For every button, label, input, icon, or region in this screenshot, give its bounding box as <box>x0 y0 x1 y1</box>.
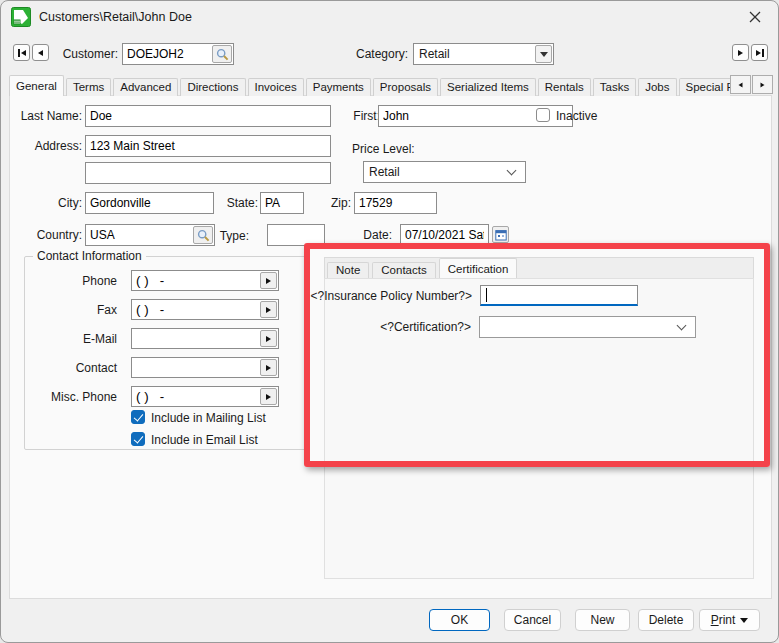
address-label: Address: <box>10 139 82 153</box>
date-picker-button[interactable] <box>492 226 509 243</box>
close-button[interactable] <box>740 5 770 29</box>
misc-phone-expand-button[interactable] <box>260 388 277 405</box>
tab-payments[interactable]: Payments <box>306 78 371 96</box>
arrow-right-icon <box>266 336 271 342</box>
tab-rentals[interactable]: Rentals <box>538 78 591 96</box>
address-line1-input[interactable] <box>85 135 331 157</box>
tab-tasks[interactable]: Tasks <box>593 78 636 96</box>
customer-form-icon <box>11 7 31 27</box>
tab-general[interactable]: General <box>9 75 64 96</box>
last-record-button[interactable] <box>751 44 768 61</box>
category-dropdown[interactable]: Retail <box>413 43 554 65</box>
tab-terms[interactable]: Terms <box>66 78 111 96</box>
type-input[interactable] <box>267 224 325 246</box>
dropdown-arrow-icon <box>540 52 548 57</box>
tab-certification[interactable]: Certification <box>439 258 518 278</box>
phone-expand-button[interactable] <box>260 272 277 289</box>
address-line2-input[interactable] <box>85 162 331 184</box>
contact-label: Contact <box>15 361 117 375</box>
include-mailing-list-label: Include in Mailing List <box>151 411 266 425</box>
window-title: Customers\Retail\John Doe <box>39 10 192 24</box>
cancel-button[interactable]: Cancel <box>504 609 561 631</box>
zip-input[interactable] <box>354 192 437 214</box>
chevron-down-icon <box>677 320 687 330</box>
tab-advanced[interactable]: Advanced <box>113 78 178 96</box>
include-email-list-checkbox[interactable] <box>131 432 145 446</box>
first-record-button[interactable] <box>13 44 30 61</box>
ok-button[interactable]: OK <box>429 609 490 631</box>
close-icon <box>749 11 761 23</box>
city-label: City: <box>10 196 82 210</box>
certification-dropdown[interactable] <box>479 316 696 338</box>
title-bar: Customers\Retail\John Doe <box>1 1 778 33</box>
certification-label: <?Certification?> <box>272 320 471 334</box>
print-menu-arrow-icon <box>740 618 748 623</box>
price-level-dropdown[interactable]: Retail <box>363 161 526 183</box>
contact-information-legend: Contact Information <box>33 249 146 263</box>
contact-input[interactable] <box>131 357 279 378</box>
type-label: Type: <box>205 229 249 243</box>
country-input[interactable] <box>86 225 194 245</box>
scroll-left-icon <box>739 82 743 87</box>
price-level-value: Retail <box>364 165 508 179</box>
arrow-right-icon <box>266 307 271 313</box>
last-record-icon <box>756 50 761 56</box>
customer-input[interactable] <box>123 44 213 64</box>
tab-serialized-items[interactable]: Serialized Items <box>440 78 536 96</box>
search-icon <box>216 48 229 61</box>
inactive-checkbox[interactable] <box>536 108 550 122</box>
include-email-list-label: Include in Email List <box>151 433 258 447</box>
next-record-icon <box>738 50 743 56</box>
price-level-label: Price Level: <box>352 142 415 156</box>
tab-scroll-left-button[interactable] <box>730 75 751 94</box>
misc-phone-input[interactable] <box>131 386 279 407</box>
state-input[interactable] <box>260 192 304 214</box>
category-dropdown-button[interactable] <box>535 45 552 63</box>
arrow-right-icon <box>266 365 271 371</box>
next-record-button[interactable] <box>732 44 749 61</box>
state-label: State: <box>210 196 258 210</box>
insurance-policy-number-label: <?Insurance Policy Number?> <box>272 289 472 303</box>
main-tab-strip: General Terms Advanced Directions Invoic… <box>9 75 730 96</box>
date-input[interactable] <box>400 224 489 246</box>
tab-jobs[interactable]: Jobs <box>638 78 676 96</box>
detail-tab-strip: Note Contacts Certification <box>324 257 754 278</box>
customer-label: Customer: <box>56 47 118 61</box>
customer-search-button[interactable] <box>212 45 232 63</box>
first-record-icon <box>18 49 20 57</box>
phone-label: Phone <box>15 274 117 288</box>
tab-note[interactable]: Note <box>327 262 369 278</box>
previous-record-button[interactable] <box>32 44 49 61</box>
delete-button[interactable]: Delete <box>638 609 694 631</box>
customer-dialog: Customers\Retail\John Doe Customer: Cate… <box>0 0 779 643</box>
misc-phone-label: Misc. Phone <box>15 390 117 404</box>
print-button[interactable]: Print <box>699 609 760 631</box>
arrow-right-icon <box>266 394 271 400</box>
category-value: Retail <box>414 47 535 61</box>
last-name-input[interactable] <box>85 105 331 127</box>
date-label: Date: <box>350 228 392 242</box>
tab-scroll-right-button[interactable] <box>752 75 773 94</box>
fax-input[interactable] <box>131 299 279 320</box>
tab-invoices[interactable]: Invoices <box>248 78 304 96</box>
calendar-icon <box>495 229 507 241</box>
fax-label: Fax <box>15 303 117 317</box>
tab-contacts[interactable]: Contacts <box>372 262 435 278</box>
new-button[interactable]: New <box>575 609 630 631</box>
tab-proposals[interactable]: Proposals <box>373 78 438 96</box>
fax-expand-button[interactable] <box>260 301 277 318</box>
scroll-right-icon <box>761 82 765 87</box>
include-mailing-list-checkbox[interactable] <box>131 410 145 424</box>
general-tab-page: Last Name: First: Inactive Address: Pric… <box>9 95 772 599</box>
last-name-label: Last Name: <box>10 109 82 123</box>
tab-special-pricing[interactable]: Special Pricing <box>679 78 730 96</box>
insurance-policy-number-input[interactable] <box>480 285 638 306</box>
tab-directions[interactable]: Directions <box>180 78 245 96</box>
previous-record-icon <box>38 50 43 56</box>
city-input[interactable] <box>85 192 214 214</box>
email-input[interactable] <box>131 328 279 349</box>
phone-input[interactable] <box>131 270 279 291</box>
arrow-right-icon <box>266 278 271 284</box>
contact-expand-button[interactable] <box>260 359 277 376</box>
email-label: E-Mail <box>15 332 117 346</box>
